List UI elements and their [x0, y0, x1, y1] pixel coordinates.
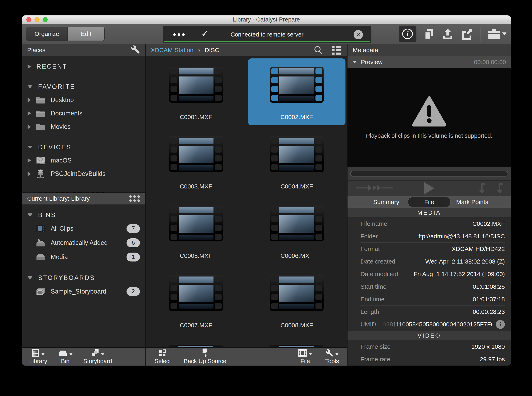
preview-section-header[interactable]: Preview 00:00:00:00 [348, 56, 511, 68]
clip-tile[interactable]: C0006.MXF [248, 197, 345, 264]
clip-tile[interactable]: C0004.MXF [248, 128, 345, 195]
sidebar-section-remote-devices[interactable]: REMOTE DEVICES [22, 188, 145, 192]
film-strip-icon [270, 206, 324, 241]
storyboard-stack-icon [36, 287, 46, 296]
section-label: DEVICES [38, 144, 71, 151]
traffic-lights [26, 15, 48, 24]
storyboard-button[interactable]: Storyboard [83, 349, 112, 365]
minimize-window-button[interactable] [34, 17, 40, 22]
scrubber-track[interactable] [350, 171, 508, 176]
duplicate-icon[interactable] [423, 28, 435, 40]
clip-tile[interactable]: C0007.MXF [147, 267, 245, 333]
umid-info-icon[interactable]: i [496, 320, 505, 329]
partial-clip-icon [169, 345, 223, 347]
sidebar-item-label: Documents [51, 110, 82, 117]
share-icon[interactable] [461, 28, 473, 40]
titlebar: Library - Catalyst Prepare [22, 15, 511, 24]
library-button[interactable]: Library [29, 349, 47, 365]
mark-in-icon[interactable] [479, 183, 487, 194]
breadcrumb-device[interactable]: XDCAM Station [151, 47, 193, 53]
shuttle-icon[interactable] [356, 184, 393, 193]
clip-name: C0002.MXF [248, 114, 345, 121]
library-icon [31, 349, 40, 357]
sidebar-item-label: Desktop [51, 96, 74, 104]
tab-summary[interactable]: Summary [365, 197, 408, 207]
sidebar-item-psgjointdevbuilds[interactable]: PSGJointDevBuilds [22, 167, 145, 181]
sidebar-item-label: Sample_Storyboard [51, 288, 106, 295]
zoom-window-button[interactable] [43, 17, 48, 22]
clip-tile-selected[interactable]: C0002.MXF [248, 58, 345, 125]
clip-tile[interactable]: C0003.MXF [147, 128, 245, 195]
close-status-icon[interactable]: ✕ [354, 30, 363, 39]
folder-icon [36, 109, 46, 118]
chevron-down-icon [28, 276, 32, 280]
media-bin-icon [36, 253, 46, 262]
breadcrumb-folder[interactable]: DISC [205, 47, 219, 53]
clip-name: C0008.MXF [248, 322, 345, 329]
sidebar-section-bins[interactable]: BINS [22, 209, 145, 221]
library-menu-icon[interactable] [129, 195, 140, 202]
clip-tile[interactable]: C0008.MXF [248, 267, 345, 333]
partial-clip-icon [270, 345, 323, 347]
clip-tile[interactable]: C0005.MXF [147, 197, 245, 264]
count-badge: 2 [126, 287, 140, 296]
chevron-right-icon [28, 64, 31, 69]
toolbox-button[interactable] [487, 28, 506, 40]
sidebar-item-documents[interactable]: Documents [22, 107, 145, 120]
search-icon[interactable] [314, 45, 323, 55]
wrench-icon[interactable] [131, 45, 140, 55]
meta-row-folder: Folder ftp://admin@43.148.81.16/DISC [348, 230, 511, 243]
clip-grid: C0001.MXF C0002.MXF [146, 56, 347, 347]
meta-row-frame-rate: Frame rate 29.97 fps [348, 353, 511, 366]
sidebar-item-movies[interactable]: Movies [22, 120, 145, 134]
film-strip-icon [169, 206, 223, 241]
clip-tile[interactable]: C0001.MXF [147, 58, 245, 125]
backup-source-button[interactable]: Back Up Source [184, 349, 226, 365]
sidebar-item-sample-storyboard[interactable]: Sample_Storyboard 2 [22, 285, 145, 299]
scrubber[interactable] [348, 167, 511, 180]
film-strip-icon [169, 136, 223, 172]
sidebar-item-label: Movies [51, 123, 71, 130]
file-button[interactable]: File [298, 349, 312, 365]
backup-source-icon [200, 349, 209, 357]
storyboard-icon [91, 349, 99, 357]
clip-name: C0005.MXF [147, 252, 245, 259]
upload-icon[interactable] [441, 28, 454, 40]
tools-button[interactable]: Tools [325, 349, 339, 365]
sidebar-item-desktop[interactable]: Desktop [22, 93, 145, 107]
folder-icon [36, 96, 46, 105]
video-rows: Frame size 1920 x 1080 Frame rate 29.97 … [348, 340, 511, 366]
sidebar-section-recent[interactable]: RECENT [22, 60, 145, 73]
sidebar-item-media[interactable]: Media 1 [22, 250, 145, 264]
current-library-bar[interactable]: Current Library: Library [22, 192, 145, 205]
umid-fade [376, 321, 406, 328]
section-label: RECENT [36, 63, 67, 70]
organize-button[interactable]: Organize [26, 27, 68, 41]
tab-mark-points[interactable]: Mark Points [451, 197, 494, 207]
list-view-icon[interactable] [331, 45, 342, 55]
sidebar-section-devices[interactable]: DEVICES [22, 141, 145, 154]
play-icon[interactable] [424, 182, 434, 194]
mark-out-icon[interactable] [496, 183, 505, 194]
clip-browser: XDCAM Station › DISC [146, 44, 347, 347]
status-pill[interactable]: ✓ Connected to remote server ✕ [163, 26, 372, 43]
bin-label: Bin [61, 358, 69, 365]
sidebar-item-automatically-added[interactable]: Automatically Added 6 [22, 236, 145, 250]
info-button[interactable]: i [399, 26, 417, 42]
sidebar-item-all-clips[interactable]: All Clips 7 [22, 221, 145, 236]
preview-label: Preview [361, 59, 383, 65]
clip-name: C0001.MXF [147, 114, 245, 121]
ellipsis-icon[interactable] [173, 33, 185, 36]
sidebar-section-favorite[interactable]: FAVORITE [22, 80, 145, 93]
playback-warning: Playback of clips in this volume is not … [366, 133, 492, 139]
select-button[interactable]: Select [154, 349, 171, 365]
sidebar-item-macos[interactable]: macOS [22, 154, 145, 167]
tab-file[interactable]: File [408, 197, 451, 207]
media-rows: File name C0002.MXF Folder ftp://admin@4… [348, 217, 511, 331]
sidebar-section-storyboards[interactable]: STORYBOARDS [22, 271, 145, 285]
edit-button[interactable]: Edit [68, 27, 104, 41]
close-window-button[interactable] [26, 17, 31, 22]
bin-button[interactable]: Bin [58, 349, 73, 365]
sidebar-item-label: All Clips [51, 225, 73, 232]
chevron-down-icon [69, 353, 73, 355]
